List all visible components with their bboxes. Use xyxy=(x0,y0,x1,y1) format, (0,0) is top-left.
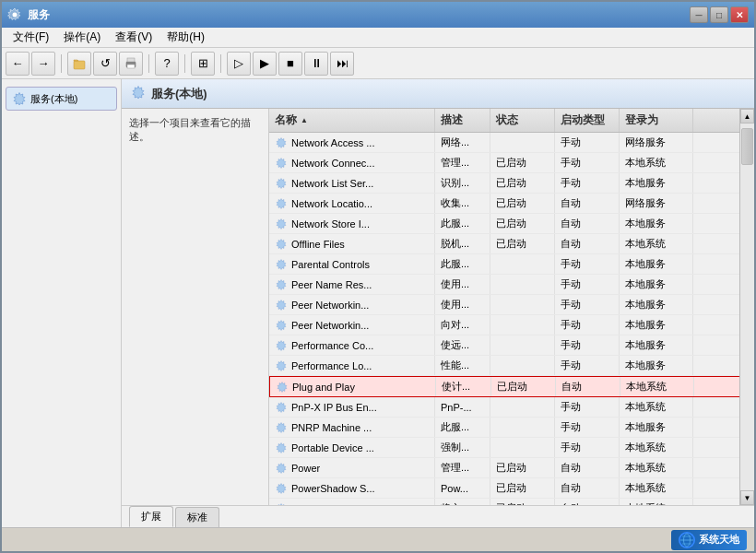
sidebar-local-services[interactable]: 服务(本地) xyxy=(6,87,117,111)
stop-button[interactable]: ■ xyxy=(278,52,302,76)
cell-startup: 手动 xyxy=(555,315,620,335)
table-row[interactable]: PNRP Machine ...此服...手动本地服务 xyxy=(269,418,754,438)
service-gear-icon xyxy=(276,381,289,394)
table-row[interactable]: Peer Name Res...使用...手动本地服务 xyxy=(269,275,754,295)
scrollbar-thumb[interactable] xyxy=(741,128,753,165)
table-row[interactable]: Network Access ...网络...手动网络服务 xyxy=(269,133,754,153)
table-row[interactable]: Power管理...已启动自动本地系统 xyxy=(269,458,754,478)
col-header-name[interactable]: 名称 ▲ xyxy=(269,109,435,132)
maximize-button[interactable]: □ xyxy=(710,6,728,23)
cell-name: Offline Files xyxy=(269,234,435,253)
cell-startup: 手动 xyxy=(555,397,620,417)
cell-name: Performance Co... xyxy=(269,335,435,355)
cell-logon: 本地服务 xyxy=(620,254,693,274)
sidebar-label: 服务(本地) xyxy=(30,92,77,106)
main-window: 服务 ─ □ ✕ 文件(F) 操作(A) 查看(V) 帮助(H) ← → ↺ xyxy=(0,0,756,553)
table-row[interactable]: Peer Networkin...使用...手动本地服务 xyxy=(269,295,754,315)
service-gear-icon xyxy=(275,278,288,291)
forward-button[interactable]: → xyxy=(31,52,55,76)
sidebar: 服务(本地) xyxy=(2,79,122,527)
cell-desc: Pow... xyxy=(435,478,490,498)
cell-startup: 自动 xyxy=(555,234,620,253)
table-row[interactable]: Peer Networkin...向对...手动本地服务 xyxy=(269,315,754,335)
minimize-button[interactable]: ─ xyxy=(690,6,708,23)
menu-action[interactable]: 操作(A) xyxy=(56,28,108,47)
cell-name: Network Store I... xyxy=(269,214,435,233)
menu-help[interactable]: 帮助(H) xyxy=(159,28,212,47)
title-controls: ─ □ ✕ xyxy=(690,6,749,23)
refresh-button[interactable]: ↺ xyxy=(93,52,117,76)
menu-file[interactable]: 文件(F) xyxy=(6,28,56,47)
table-row[interactable]: Performance Lo...性能...手动本地服务 xyxy=(269,356,754,376)
tab-standard[interactable]: 标准 xyxy=(175,507,219,527)
close-button[interactable]: ✕ xyxy=(730,6,749,23)
skip-button[interactable]: ⏭ xyxy=(330,52,354,76)
pause-button[interactable]: ⏸ xyxy=(304,52,328,76)
tab-extended[interactable]: 扩展 xyxy=(129,506,173,527)
play-button[interactable]: ▷ xyxy=(227,52,251,76)
col-header-startup[interactable]: 启动类型 xyxy=(555,109,620,132)
cell-name: Peer Networkin... xyxy=(269,315,435,335)
back-button[interactable]: ← xyxy=(6,52,30,76)
table-row[interactable]: Performance Co...使远...手动本地服务 xyxy=(269,335,754,356)
cell-logon: 本地系统 xyxy=(620,234,693,253)
table-row[interactable]: Network Locatio...收集...已启动自动网络服务 xyxy=(269,194,754,214)
cell-desc: 性能... xyxy=(435,356,490,375)
menu-bar: 文件(F) 操作(A) 查看(V) 帮助(H) xyxy=(2,28,754,48)
cell-name: Network Locatio... xyxy=(269,194,435,213)
col-header-desc[interactable]: 描述 xyxy=(435,109,490,132)
cell-startup: 自动 xyxy=(555,194,620,213)
cell-name: PnP-X IP Bus En... xyxy=(269,397,435,417)
play-filled-button[interactable]: ▶ xyxy=(253,52,277,76)
table-header: 名称 ▲ 描述 状态 启动类型 登录为 xyxy=(269,109,754,133)
table-row[interactable]: PnP-X IP Bus En...PnP-...手动本地系统 xyxy=(269,397,754,418)
scrollbar[interactable]: ▲ ▼ xyxy=(739,109,754,505)
main-content: 服务(本地) 服务(本地) 选择一个项目来查看它的描述。 xyxy=(2,79,754,527)
table-row[interactable]: PowerShadow S...Pow...已启动自动本地系统 xyxy=(269,478,754,499)
folder-button[interactable] xyxy=(67,52,91,76)
cell-startup: 自动 xyxy=(555,499,620,505)
table-row[interactable]: Print Spooler将文...已启动自动本地系统 xyxy=(269,499,754,505)
table-body: Network Access ...网络...手动网络服务 Network Co… xyxy=(269,133,754,505)
cell-logon: 本地系统 xyxy=(620,377,694,396)
window-icon xyxy=(7,7,22,22)
col-header-logon[interactable]: 登录为 xyxy=(620,109,693,132)
cell-status xyxy=(490,295,555,314)
status-bar: 系统天地 xyxy=(2,527,754,551)
cell-startup: 手动 xyxy=(555,133,620,152)
cell-desc: 强制... xyxy=(435,438,490,457)
cell-logon: 本地系统 xyxy=(620,478,693,498)
toolbar: ← → ↺ ? ⊞ ▷ ▶ ■ ⏸ ⏭ xyxy=(2,48,754,79)
print-button[interactable] xyxy=(119,52,143,76)
table-row[interactable]: Network Store I...此服...已启动自动本地服务 xyxy=(269,214,754,234)
table-row[interactable]: Network Connec...管理...已启动手动本地系统 xyxy=(269,153,754,173)
cell-desc: 网络... xyxy=(435,133,490,152)
table-row[interactable]: Offline Files脱机...已启动自动本地系统 xyxy=(269,234,754,254)
table-row[interactable]: Plug and Play使计...已启动自动本地系统 xyxy=(269,376,754,397)
cell-logon: 本地系统 xyxy=(620,438,693,457)
scrollbar-track[interactable] xyxy=(740,124,754,490)
cell-logon: 本地系统 xyxy=(620,499,693,505)
cell-startup: 手动 xyxy=(555,438,620,457)
menu-view[interactable]: 查看(V) xyxy=(108,28,159,47)
description-text: 选择一个项目来查看它的描述。 xyxy=(129,117,251,142)
table-row[interactable]: Network List Ser...识别...已启动手动本地服务 xyxy=(269,173,754,194)
cell-desc: 管理... xyxy=(435,153,490,172)
grid-button[interactable]: ⊞ xyxy=(191,52,215,76)
scroll-down-button[interactable]: ▼ xyxy=(740,490,754,505)
service-gear-icon xyxy=(275,339,288,352)
table-row[interactable]: Parental Controls此服...手动本地服务 xyxy=(269,254,754,275)
help-button[interactable]: ? xyxy=(155,52,179,76)
cell-desc: 向对... xyxy=(435,315,490,335)
col-header-status[interactable]: 状态 xyxy=(490,109,555,132)
print-icon xyxy=(124,57,137,70)
table-row[interactable]: Portable Device ...强制...手动本地系统 xyxy=(269,438,754,458)
cell-desc: 此服... xyxy=(435,254,490,274)
folder-icon xyxy=(73,57,86,70)
panel-header: 服务(本地) xyxy=(122,79,754,109)
cell-desc: 脱机... xyxy=(435,234,490,253)
cell-desc: PnP-... xyxy=(435,397,490,417)
cell-startup: 自动 xyxy=(556,377,620,396)
scroll-up-button[interactable]: ▲ xyxy=(740,109,754,124)
panel-header-icon xyxy=(131,85,146,102)
